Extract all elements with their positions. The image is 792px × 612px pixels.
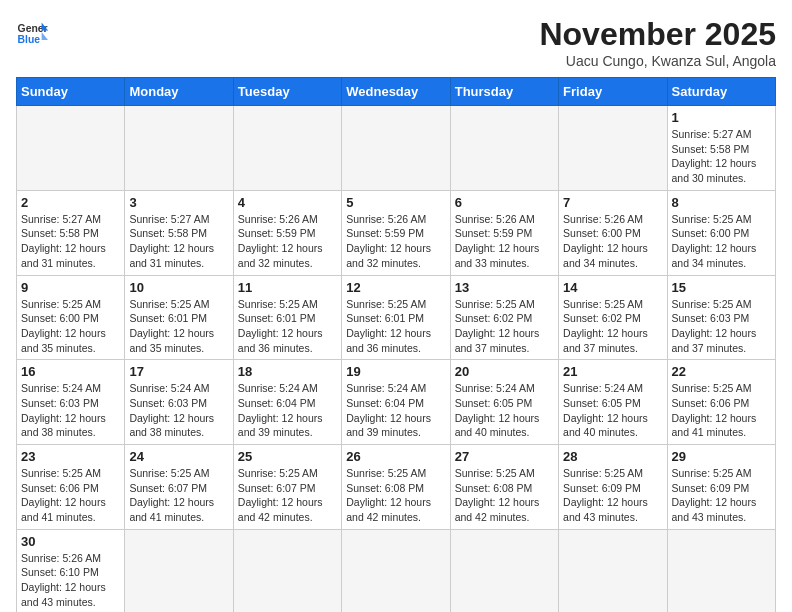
day-number: 17 [129, 364, 228, 379]
day-info: Sunrise: 5:27 AM Sunset: 5:58 PM Dayligh… [129, 212, 228, 271]
day-number: 10 [129, 280, 228, 295]
day-number: 12 [346, 280, 445, 295]
calendar-cell: 1Sunrise: 5:27 AM Sunset: 5:58 PM Daylig… [667, 106, 775, 191]
calendar-cell: 19Sunrise: 5:24 AM Sunset: 6:04 PM Dayli… [342, 360, 450, 445]
day-info: Sunrise: 5:24 AM Sunset: 6:05 PM Dayligh… [455, 381, 554, 440]
day-info: Sunrise: 5:24 AM Sunset: 6:03 PM Dayligh… [129, 381, 228, 440]
day-info: Sunrise: 5:25 AM Sunset: 6:01 PM Dayligh… [129, 297, 228, 356]
weekday-header-friday: Friday [559, 78, 667, 106]
calendar-cell: 2Sunrise: 5:27 AM Sunset: 5:58 PM Daylig… [17, 190, 125, 275]
day-info: Sunrise: 5:27 AM Sunset: 5:58 PM Dayligh… [21, 212, 120, 271]
day-number: 14 [563, 280, 662, 295]
calendar-cell: 15Sunrise: 5:25 AM Sunset: 6:03 PM Dayli… [667, 275, 775, 360]
day-info: Sunrise: 5:25 AM Sunset: 6:08 PM Dayligh… [455, 466, 554, 525]
calendar-cell [559, 106, 667, 191]
day-info: Sunrise: 5:25 AM Sunset: 6:06 PM Dayligh… [21, 466, 120, 525]
weekday-header-saturday: Saturday [667, 78, 775, 106]
day-number: 22 [672, 364, 771, 379]
calendar-cell: 30Sunrise: 5:26 AM Sunset: 6:10 PM Dayli… [17, 529, 125, 612]
calendar-cell: 8Sunrise: 5:25 AM Sunset: 6:00 PM Daylig… [667, 190, 775, 275]
calendar-cell: 10Sunrise: 5:25 AM Sunset: 6:01 PM Dayli… [125, 275, 233, 360]
day-number: 4 [238, 195, 337, 210]
week-row-5: 23Sunrise: 5:25 AM Sunset: 6:06 PM Dayli… [17, 445, 776, 530]
calendar-cell [125, 529, 233, 612]
calendar-cell: 7Sunrise: 5:26 AM Sunset: 6:00 PM Daylig… [559, 190, 667, 275]
day-info: Sunrise: 5:25 AM Sunset: 6:02 PM Dayligh… [563, 297, 662, 356]
calendar-cell: 11Sunrise: 5:25 AM Sunset: 6:01 PM Dayli… [233, 275, 341, 360]
weekday-header-wednesday: Wednesday [342, 78, 450, 106]
day-info: Sunrise: 5:25 AM Sunset: 6:02 PM Dayligh… [455, 297, 554, 356]
day-info: Sunrise: 5:25 AM Sunset: 6:00 PM Dayligh… [21, 297, 120, 356]
calendar-cell: 29Sunrise: 5:25 AM Sunset: 6:09 PM Dayli… [667, 445, 775, 530]
weekday-header-row: SundayMondayTuesdayWednesdayThursdayFrid… [17, 78, 776, 106]
day-info: Sunrise: 5:24 AM Sunset: 6:03 PM Dayligh… [21, 381, 120, 440]
day-info: Sunrise: 5:26 AM Sunset: 6:10 PM Dayligh… [21, 551, 120, 610]
calendar-cell [559, 529, 667, 612]
day-number: 16 [21, 364, 120, 379]
calendar-cell [233, 106, 341, 191]
day-number: 3 [129, 195, 228, 210]
calendar-cell: 18Sunrise: 5:24 AM Sunset: 6:04 PM Dayli… [233, 360, 341, 445]
calendar-cell: 20Sunrise: 5:24 AM Sunset: 6:05 PM Dayli… [450, 360, 558, 445]
calendar-cell: 12Sunrise: 5:25 AM Sunset: 6:01 PM Dayli… [342, 275, 450, 360]
day-number: 20 [455, 364, 554, 379]
calendar-cell: 17Sunrise: 5:24 AM Sunset: 6:03 PM Dayli… [125, 360, 233, 445]
calendar-cell [342, 106, 450, 191]
day-number: 9 [21, 280, 120, 295]
day-number: 11 [238, 280, 337, 295]
calendar-cell: 22Sunrise: 5:25 AM Sunset: 6:06 PM Dayli… [667, 360, 775, 445]
day-number: 2 [21, 195, 120, 210]
calendar-cell: 13Sunrise: 5:25 AM Sunset: 6:02 PM Dayli… [450, 275, 558, 360]
weekday-header-tuesday: Tuesday [233, 78, 341, 106]
calendar-cell: 14Sunrise: 5:25 AM Sunset: 6:02 PM Dayli… [559, 275, 667, 360]
calendar-cell: 25Sunrise: 5:25 AM Sunset: 6:07 PM Dayli… [233, 445, 341, 530]
day-info: Sunrise: 5:24 AM Sunset: 6:05 PM Dayligh… [563, 381, 662, 440]
day-number: 25 [238, 449, 337, 464]
calendar-cell: 9Sunrise: 5:25 AM Sunset: 6:00 PM Daylig… [17, 275, 125, 360]
day-info: Sunrise: 5:26 AM Sunset: 5:59 PM Dayligh… [346, 212, 445, 271]
title-block: November 2025 Uacu Cungo, Kwanza Sul, An… [539, 16, 776, 69]
day-number: 28 [563, 449, 662, 464]
calendar-cell: 26Sunrise: 5:25 AM Sunset: 6:08 PM Dayli… [342, 445, 450, 530]
svg-text:Blue: Blue [18, 34, 41, 45]
calendar-cell [450, 106, 558, 191]
day-info: Sunrise: 5:25 AM Sunset: 6:01 PM Dayligh… [346, 297, 445, 356]
day-info: Sunrise: 5:25 AM Sunset: 6:09 PM Dayligh… [672, 466, 771, 525]
calendar-cell: 27Sunrise: 5:25 AM Sunset: 6:08 PM Dayli… [450, 445, 558, 530]
day-number: 29 [672, 449, 771, 464]
calendar-cell: 6Sunrise: 5:26 AM Sunset: 5:59 PM Daylig… [450, 190, 558, 275]
day-info: Sunrise: 5:25 AM Sunset: 6:07 PM Dayligh… [238, 466, 337, 525]
calendar-cell [342, 529, 450, 612]
weekday-header-thursday: Thursday [450, 78, 558, 106]
week-row-2: 2Sunrise: 5:27 AM Sunset: 5:58 PM Daylig… [17, 190, 776, 275]
calendar-cell: 23Sunrise: 5:25 AM Sunset: 6:06 PM Dayli… [17, 445, 125, 530]
weekday-header-sunday: Sunday [17, 78, 125, 106]
day-info: Sunrise: 5:25 AM Sunset: 6:08 PM Dayligh… [346, 466, 445, 525]
calendar-cell: 24Sunrise: 5:25 AM Sunset: 6:07 PM Dayli… [125, 445, 233, 530]
calendar-cell [450, 529, 558, 612]
day-number: 24 [129, 449, 228, 464]
day-number: 23 [21, 449, 120, 464]
day-number: 26 [346, 449, 445, 464]
calendar-cell [125, 106, 233, 191]
day-number: 6 [455, 195, 554, 210]
calendar-cell: 16Sunrise: 5:24 AM Sunset: 6:03 PM Dayli… [17, 360, 125, 445]
day-number: 27 [455, 449, 554, 464]
calendar-cell: 3Sunrise: 5:27 AM Sunset: 5:58 PM Daylig… [125, 190, 233, 275]
day-info: Sunrise: 5:25 AM Sunset: 6:06 PM Dayligh… [672, 381, 771, 440]
day-info: Sunrise: 5:26 AM Sunset: 6:00 PM Dayligh… [563, 212, 662, 271]
day-info: Sunrise: 5:25 AM Sunset: 6:07 PM Dayligh… [129, 466, 228, 525]
day-info: Sunrise: 5:25 AM Sunset: 6:00 PM Dayligh… [672, 212, 771, 271]
calendar-cell [233, 529, 341, 612]
calendar-cell: 21Sunrise: 5:24 AM Sunset: 6:05 PM Dayli… [559, 360, 667, 445]
day-number: 8 [672, 195, 771, 210]
day-info: Sunrise: 5:24 AM Sunset: 6:04 PM Dayligh… [238, 381, 337, 440]
day-info: Sunrise: 5:26 AM Sunset: 5:59 PM Dayligh… [455, 212, 554, 271]
page-header: General Blue November 2025 Uacu Cungo, K… [16, 16, 776, 69]
day-number: 5 [346, 195, 445, 210]
logo-icon: General Blue [16, 16, 48, 48]
logo: General Blue [16, 16, 48, 48]
calendar-cell: 5Sunrise: 5:26 AM Sunset: 5:59 PM Daylig… [342, 190, 450, 275]
day-number: 19 [346, 364, 445, 379]
day-number: 21 [563, 364, 662, 379]
